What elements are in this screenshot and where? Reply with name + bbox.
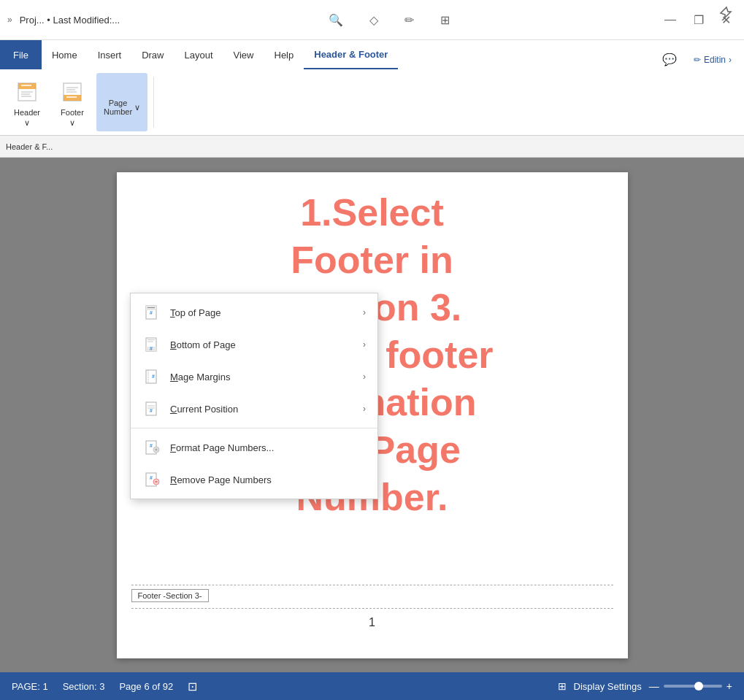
pin-icon[interactable] <box>718 6 732 20</box>
document-title: Proj... • Last Modified:... <box>20 15 120 26</box>
current-position-label: Current Position <box>170 404 363 415</box>
status-page: PAGE: 1 <box>12 681 48 692</box>
svg-text:#: # <box>150 443 153 448</box>
zoom-plus-button[interactable]: + <box>726 680 732 692</box>
title-bar-left: » Proj... • Last Modified:... <box>7 15 120 26</box>
header-button[interactable]: Header ∨ <box>6 73 48 131</box>
menu-item-page-margins[interactable]: # Mage Margins › <box>131 361 377 393</box>
footer-dashed-line <box>131 585 613 585</box>
header-label: Header <box>14 108 40 117</box>
footer-icon-area <box>58 77 87 107</box>
title-bar-center: 🔍 ◇ ✏ ⊞ <box>120 10 659 30</box>
menu-item-remove-page-numbers[interactable]: # Remove Page Numbers <box>131 464 377 496</box>
title-bar: » Proj... • Last Modified:... 🔍 ◇ ✏ ⊞ — … <box>0 0 744 40</box>
bottom-of-page-arrow: › <box>363 339 366 350</box>
page-margins-icon: # <box>142 366 163 387</box>
footer-label: Footer <box>61 108 84 117</box>
pin-area <box>718 6 732 22</box>
svg-line-17 <box>722 18 725 20</box>
tab-header-footer[interactable]: Header & Footer <box>304 40 398 69</box>
tab-home[interactable]: Home <box>42 40 88 69</box>
tab-file[interactable]: File <box>0 40 42 69</box>
tab-help[interactable]: Help <box>264 40 304 69</box>
editing-label: Editin <box>704 55 726 65</box>
menu-item-format-page-numbers[interactable]: # Format Page Numbers... <box>131 431 377 464</box>
zoom-minus-button[interactable]: — <box>649 680 659 692</box>
ribbon-divider <box>153 77 154 128</box>
diamond-button[interactable]: ◇ <box>364 10 384 30</box>
expand-icon[interactable]: » <box>7 15 12 25</box>
remove-page-numbers-label: Remove Page Numbers <box>170 474 366 485</box>
bottom-of-page-label: Bottom of Page <box>170 339 363 350</box>
comment-button[interactable]: 💬 <box>656 50 683 69</box>
ribbon-content: Header ∨ Footer ∨ <box>0 69 744 135</box>
format-underline: F <box>170 442 176 453</box>
editing-arrow: › <box>729 55 732 65</box>
tab-draw[interactable]: Draw <box>131 40 174 69</box>
menu-separator-1 <box>131 428 377 428</box>
bottom-underline: B <box>170 339 177 350</box>
svg-text:#: # <box>150 408 153 413</box>
current-position-icon: # <box>142 399 163 419</box>
restore-button[interactable]: ❐ <box>688 10 710 30</box>
page-margins-label: Mage Margins <box>170 372 363 382</box>
svg-text:#: # <box>152 374 155 379</box>
display-settings-label[interactable]: Display Settings <box>574 681 642 692</box>
tab-bar: File Home Insert Draw Layout View Help H… <box>0 40 744 69</box>
tab-insert[interactable]: Insert <box>88 40 132 69</box>
tab-bar-right: 💬 ✏ Editin › <box>656 50 744 69</box>
remove-underline: R <box>170 474 177 485</box>
tab-view[interactable]: View <box>223 40 264 69</box>
layout-button[interactable]: ⊞ <box>434 10 456 30</box>
footer-icon <box>61 80 84 104</box>
footer-dashed-line-2 <box>131 608 613 609</box>
page-number-arrow: ∨ <box>134 103 140 112</box>
status-cursor-icon[interactable]: ⊡ <box>188 680 197 693</box>
status-pages: Page 6 of 92 <box>119 681 173 692</box>
editing-button[interactable]: ✏ Editin › <box>687 52 738 68</box>
status-section: Section: 3 <box>63 681 105 692</box>
instruction-line2: Footer in <box>291 239 453 281</box>
editing-pen-icon: ✏ <box>694 55 701 65</box>
zoom-slider[interactable] <box>664 685 722 688</box>
svg-rect-1 <box>18 83 36 89</box>
ruler-area: Header & F... <box>0 136 744 158</box>
status-right: ⊞ Display Settings — + <box>558 680 732 692</box>
doc-footer-area: Footer -Section 3- 1 <box>117 582 628 629</box>
svg-text:#: # <box>150 310 153 315</box>
footer-section-label: Footer -Section 3- <box>131 589 209 602</box>
menu-item-current-position[interactable]: # Current Position › <box>131 393 377 425</box>
top-of-page-arrow: › <box>363 307 366 318</box>
bottom-of-page-icon: # <box>142 334 163 355</box>
dropdown-menu: # Top of Page › # Bottom of Page <box>130 293 378 499</box>
menu-item-top-of-page[interactable]: # Top of Page › <box>131 296 377 328</box>
header-icon <box>15 80 39 104</box>
footer-page-number: 1 <box>131 612 613 629</box>
search-button[interactable]: 🔍 <box>323 10 349 30</box>
format-page-numbers-label: Format Page Numbers... <box>170 442 366 453</box>
current-underline: C <box>170 404 177 415</box>
footer-arrow: ∨ <box>69 118 75 128</box>
top-of-page-label: Top of Page <box>170 307 363 318</box>
remove-page-numbers-icon: # <box>142 469 163 490</box>
page-margins-arrow: › <box>363 372 366 382</box>
page-number-button[interactable]: # PageNumber ∨ <box>96 73 147 131</box>
zoom-thumb <box>694 682 703 691</box>
header-arrow: ∨ <box>24 118 30 128</box>
display-settings-icon: ⊞ <box>558 680 567 692</box>
margins-underline: M <box>170 372 178 382</box>
footer-button[interactable]: Footer ∨ <box>51 73 93 131</box>
svg-text:#: # <box>150 346 153 351</box>
tab-layout[interactable]: Layout <box>175 40 223 69</box>
svg-text:#: # <box>150 475 153 480</box>
pen-button[interactable]: ✏ <box>399 10 420 30</box>
status-bar: PAGE: 1 Section: 3 Page 6 of 92 ⊡ ⊞ Disp… <box>0 672 744 700</box>
ribbon: File Home Insert Draw Layout View Help H… <box>0 40 744 136</box>
minimize-button[interactable]: — <box>659 10 682 29</box>
menu-item-bottom-of-page[interactable]: # Bottom of Page › <box>131 328 377 361</box>
svg-rect-7 <box>64 95 81 101</box>
header-icon-area <box>12 77 42 107</box>
zoom-slider-area: — + <box>649 680 732 692</box>
instruction-line1: 1.Select <box>300 191 444 234</box>
top-of-page-icon: # <box>142 302 163 323</box>
